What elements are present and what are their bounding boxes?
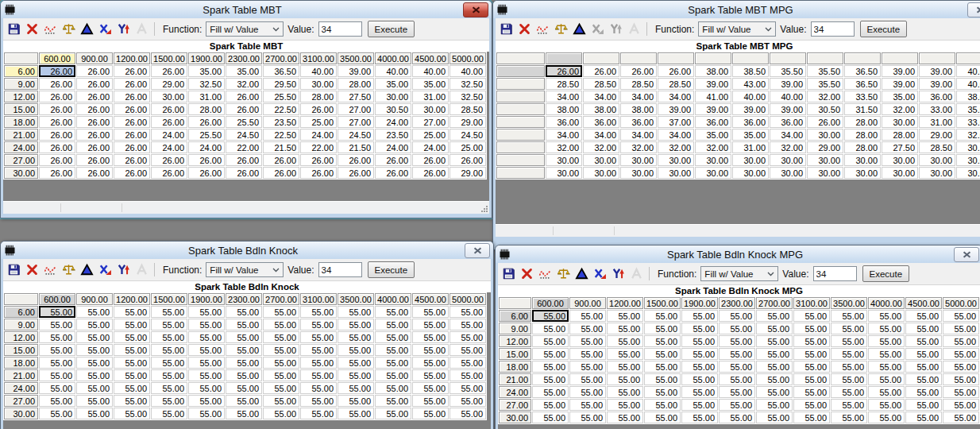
grid-cell[interactable]: 36.00 bbox=[695, 116, 731, 128]
grid-cell[interactable]: 55.00 bbox=[188, 408, 225, 419]
row-header[interactable] bbox=[496, 154, 545, 166]
grid-cell[interactable]: 34.00 bbox=[583, 91, 619, 102]
execute-button[interactable]: Execute bbox=[860, 21, 908, 37]
grid-cell[interactable]: 36.50 bbox=[263, 65, 299, 77]
grid-cell[interactable]: 36.00 bbox=[919, 91, 955, 102]
grid-cell[interactable]: 30.00 bbox=[882, 154, 918, 166]
grid-cell[interactable]: 55.00 bbox=[532, 373, 569, 385]
grid-cell[interactable]: 55.00 bbox=[943, 386, 979, 398]
grid-cell[interactable]: 55.00 bbox=[681, 348, 718, 360]
grid-cell[interactable]: 26.00 bbox=[114, 167, 150, 179]
grid-cell[interactable]: 27.00 bbox=[338, 116, 374, 128]
grid-cell[interactable]: 55.00 bbox=[831, 412, 867, 423]
grid-cell[interactable]: 35.00 bbox=[375, 78, 411, 90]
grid-cell[interactable]: 30.00 bbox=[546, 154, 582, 166]
grid-cell[interactable]: 55.00 bbox=[449, 382, 486, 394]
grid-cell[interactable]: 55.00 bbox=[905, 335, 942, 347]
col-header[interactable] bbox=[546, 52, 582, 64]
grid-cell[interactable]: 55.00 bbox=[263, 395, 299, 407]
grid-cell[interactable]: 32.00 bbox=[695, 141, 731, 153]
grid-cell[interactable]: 55.00 bbox=[868, 373, 905, 385]
edit-triangle-icon[interactable] bbox=[571, 21, 588, 37]
grid-cell[interactable]: 26.00 bbox=[39, 116, 75, 128]
col-header[interactable] bbox=[658, 52, 694, 64]
grid-cell[interactable]: 55.00 bbox=[943, 310, 979, 322]
grid-cell[interactable]: 35.50 bbox=[770, 65, 806, 77]
row-header[interactable]: 30.00 bbox=[4, 167, 38, 179]
grid-cell[interactable]: 32.00 bbox=[583, 141, 619, 153]
grid-cell[interactable]: 34.00 bbox=[546, 129, 582, 141]
col-header[interactable]: 4500.00 bbox=[412, 293, 449, 305]
grid-cell[interactable]: 26.00 bbox=[76, 129, 113, 141]
grid-cell[interactable]: 55.00 bbox=[263, 331, 299, 343]
grid-cell[interactable]: 55.00 bbox=[188, 357, 225, 369]
grid-cell[interactable]: 55.00 bbox=[644, 373, 681, 385]
grid-cell[interactable]: 55.00 bbox=[905, 373, 942, 385]
grid-cell[interactable]: 29.00 bbox=[449, 167, 486, 179]
grid-cell[interactable]: 26.00 bbox=[226, 91, 262, 102]
grid-cell[interactable]: 55.00 bbox=[39, 319, 75, 330]
grid-cell[interactable]: 34.00 bbox=[546, 91, 582, 102]
grid-cell[interactable]: 24.00 bbox=[151, 141, 187, 153]
grid-cell[interactable]: 26.00 bbox=[114, 154, 150, 166]
grid-cell[interactable]: 26.00 bbox=[39, 91, 75, 102]
grid-cell[interactable]: 55.00 bbox=[263, 382, 299, 394]
grid-cell[interactable]: 55.00 bbox=[188, 344, 225, 356]
grid-cell[interactable]: 55.00 bbox=[756, 399, 793, 411]
grid-cell[interactable]: 30.00 bbox=[807, 129, 843, 141]
row-header[interactable]: 9.00 bbox=[4, 319, 38, 330]
edit-triangle-icon[interactable] bbox=[573, 265, 590, 282]
grid-cell[interactable]: 55.00 bbox=[449, 395, 486, 407]
grid-cell[interactable]: 39.00 bbox=[882, 78, 918, 90]
x-axis-icon[interactable] bbox=[592, 265, 608, 282]
grid-cell[interactable]: 55.00 bbox=[338, 357, 374, 369]
delete-icon[interactable] bbox=[24, 21, 41, 37]
row-header[interactable]: 6.00 bbox=[4, 65, 38, 77]
col-header[interactable] bbox=[732, 52, 769, 64]
grid-cell[interactable]: 55.00 bbox=[338, 369, 374, 381]
grid-cell[interactable]: 55.00 bbox=[114, 344, 150, 356]
grid-cell[interactable]: 55.00 bbox=[644, 335, 681, 347]
grid-cell[interactable]: 40.00 bbox=[956, 65, 980, 77]
grid-cell[interactable]: 55.00 bbox=[681, 310, 718, 322]
col-header[interactable]: 900.00 bbox=[569, 297, 606, 309]
grid-cell[interactable]: 24.00 bbox=[375, 141, 411, 153]
grid-cell[interactable]: 32.00 bbox=[620, 141, 657, 153]
grid-cell[interactable]: 24.00 bbox=[188, 141, 225, 153]
grid-cell[interactable]: 32.00 bbox=[658, 141, 694, 153]
grid-cell[interactable]: 34.00 bbox=[583, 129, 619, 141]
grid-cell[interactable]: 55.00 bbox=[793, 310, 830, 322]
grid-cell[interactable]: 27.50 bbox=[882, 141, 918, 153]
save-icon[interactable] bbox=[6, 21, 22, 37]
plot-icon[interactable] bbox=[42, 21, 59, 37]
grid-cell[interactable]: 55.00 bbox=[532, 310, 569, 322]
grid-cell[interactable]: 26.00 bbox=[114, 129, 150, 141]
col-header[interactable] bbox=[807, 52, 843, 64]
grid-cell[interactable]: 55.00 bbox=[39, 382, 75, 394]
grid-cell[interactable]: 55.00 bbox=[905, 361, 942, 373]
col-header[interactable] bbox=[583, 52, 619, 64]
grid-cell[interactable]: 24.00 bbox=[151, 129, 187, 141]
grid-cell[interactable]: 55.00 bbox=[681, 335, 718, 347]
grid-cell[interactable]: 55.00 bbox=[39, 408, 75, 419]
function-dropdown[interactable]: Fill w/ Value bbox=[700, 266, 778, 281]
grid-cell[interactable]: 26.00 bbox=[583, 65, 619, 77]
grid-cell[interactable]: 55.00 bbox=[412, 357, 449, 369]
grid-cell[interactable]: 29.00 bbox=[449, 116, 486, 128]
grid-cell[interactable]: 55.00 bbox=[263, 319, 299, 330]
grid-cell[interactable]: 55.00 bbox=[793, 412, 830, 423]
grid-cell[interactable]: 30.00 bbox=[658, 154, 694, 166]
grid-cell[interactable]: 21.50 bbox=[263, 141, 299, 153]
grid-cell[interactable]: 55.00 bbox=[375, 369, 411, 381]
row-header[interactable] bbox=[496, 129, 545, 141]
grid-cell[interactable]: 30.00 bbox=[151, 91, 187, 102]
grid-cell[interactable]: 55.00 bbox=[868, 386, 905, 398]
grid-cell[interactable]: 55.00 bbox=[338, 395, 374, 407]
grid-cell[interactable]: 55.00 bbox=[607, 310, 643, 322]
grid-cell[interactable]: 26.00 bbox=[39, 78, 75, 90]
chip-icon[interactable] bbox=[4, 4, 17, 15]
grid-cell[interactable]: 35.00 bbox=[412, 78, 449, 90]
grid-cell[interactable]: 55.00 bbox=[76, 408, 113, 419]
grid-cell[interactable]: 55.00 bbox=[569, 335, 606, 347]
grid-cell[interactable]: 55.00 bbox=[39, 331, 75, 343]
